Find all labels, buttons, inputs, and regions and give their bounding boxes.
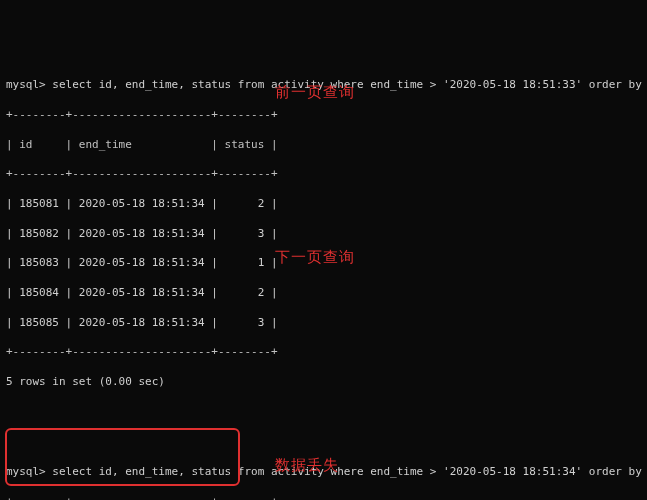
annotation-prev-page: 前一页查询 bbox=[275, 82, 355, 102]
result-summary: 5 rows in set (0.00 sec) bbox=[6, 375, 641, 390]
table-border: +--------+---------------------+--------… bbox=[6, 495, 641, 500]
annotation-data-lost: 数据丢失 bbox=[275, 455, 339, 475]
table-border: +--------+---------------------+--------… bbox=[6, 345, 641, 360]
table-row: | 185084 | 2020-05-18 18:51:34 | 2 | bbox=[6, 286, 641, 301]
blank-line bbox=[6, 407, 641, 421]
table-row: | 185085 | 2020-05-18 18:51:34 | 3 | bbox=[6, 316, 641, 331]
table-header: | id | end_time | status | bbox=[6, 138, 641, 153]
table-border: +--------+---------------------+--------… bbox=[6, 167, 641, 182]
table-row: | 185081 | 2020-05-18 18:51:34 | 2 | bbox=[6, 197, 641, 212]
table-row: | 185082 | 2020-05-18 18:51:34 | 3 | bbox=[6, 227, 641, 242]
table-border: +--------+---------------------+--------… bbox=[6, 108, 641, 123]
annotation-next-page: 下一页查询 bbox=[275, 247, 355, 267]
